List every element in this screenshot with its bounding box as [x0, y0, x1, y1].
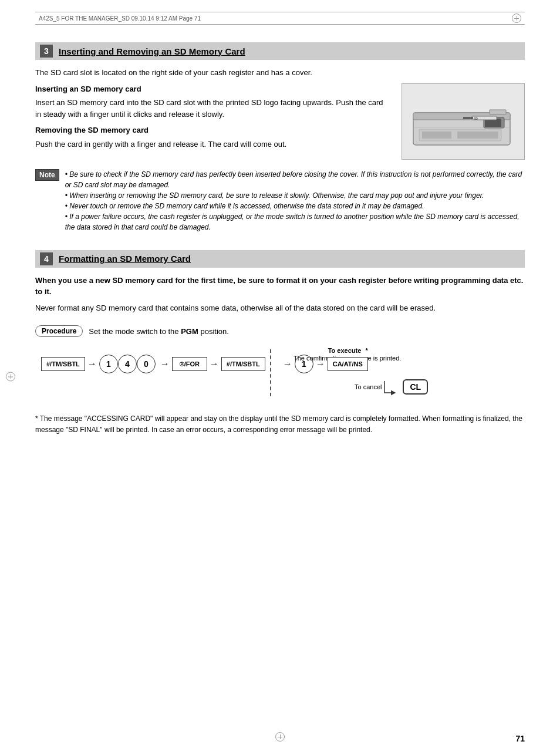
section4-title: Formatting an SD Memory Card [59, 254, 191, 264]
cancel-arrow-svg [382, 378, 399, 396]
left-crosshair-icon [6, 372, 15, 382]
flow-step1: #/TM/SBTL [41, 357, 85, 371]
cancel-branch: To cancel CL [355, 378, 428, 396]
cancel-connector: To cancel CL [355, 378, 428, 396]
procedure-area: Procedure Set the mode switch to the PGM… [35, 325, 525, 436]
section3-intro: The SD card slot is located on the right… [35, 67, 525, 79]
crosshair-icon [512, 14, 521, 23]
procedure-instruction: Set the mode switch to the PGM position. [89, 327, 229, 336]
flow-step3: ®/FOR [172, 357, 207, 371]
svg-text:SD: SD [474, 117, 478, 120]
remove-text: Push the card in gently with a finger an… [35, 139, 390, 150]
insert-text: Insert an SD memory card into the SD car… [35, 97, 390, 120]
section4: 4 Formatting an SD Memory Card When you … [35, 250, 525, 436]
cancel-row: To cancel CL [355, 378, 525, 396]
page: A42S_5 FOR THE MANAGER_SD 09.10.14 9:12 … [0, 0, 560, 755]
flow-arrow2: → [158, 359, 172, 369]
sd-card-image: SD [402, 83, 525, 160]
section4-bold-intro: When you use a new SD memory card for th… [35, 275, 525, 298]
procedure-text1: Set the mode switch to the [89, 327, 178, 336]
flow-step4: #/TM/SBTL [221, 357, 265, 371]
section3-text: Inserting an SD memory card Insert an SD… [35, 83, 390, 160]
left-crosshair [6, 372, 15, 383]
sd-card-image-container: SD [402, 83, 525, 160]
page-number: 71 [515, 734, 525, 743]
to-execute-label: To execute * [328, 347, 368, 354]
svg-rect-11 [457, 132, 498, 139]
flow-arrow1: → [85, 359, 99, 369]
section4-number: 4 [40, 252, 53, 265]
main-flow-row: #/TM/SBTL → 1 4 0 → [41, 355, 525, 373]
procedure-pgm: PGM [181, 327, 198, 336]
to-cancel-label: To cancel [355, 383, 382, 390]
flow-step6-execute: CA/AT/NS To execute * [328, 357, 368, 371]
svg-rect-7 [490, 110, 506, 114]
note-content: • Be sure to check if the SD memory card… [65, 169, 525, 232]
section3-content-row: Inserting an SD memory card Insert an SD… [35, 83, 525, 160]
svg-rect-10 [422, 132, 451, 139]
sd-illustration-svg: SD [407, 89, 519, 154]
procedure-text2: position. [200, 327, 228, 336]
procedure-label: Procedure [35, 325, 83, 337]
note-label: Note [35, 169, 59, 181]
flow-diagram-container: The comfirmation message is printed. #/T… [41, 355, 525, 396]
section3: 3 Inserting and Removing an SD Memory Ca… [35, 42, 525, 232]
dashed-line [270, 349, 271, 396]
flow-step2a: 1 [99, 355, 118, 373]
procedure-header: Procedure Set the mode switch to the PGM… [35, 325, 525, 337]
section4-intro2: Never format any SD memory card that con… [35, 302, 525, 314]
note-2: • When inserting or removing the SD memo… [65, 190, 525, 201]
note-box: Note • Be sure to check if the SD memory… [35, 169, 525, 232]
note-1: • Be sure to check if the SD memory card… [65, 169, 525, 190]
asterisk-note: * The message "ACCESSING CARD" will appe… [35, 413, 525, 436]
flow-step2b: 4 [118, 355, 137, 373]
remove-heading: Removing the SD memory card [35, 124, 390, 136]
section4-header: 4 Formatting an SD Memory Card [35, 250, 525, 268]
page-header: A42S_5 FOR THE MANAGER_SD 09.10.14 9:12 … [35, 12, 525, 25]
section3-header: 3 Inserting and Removing an SD Memory Ca… [35, 42, 525, 60]
insert-heading: Inserting an SD memory card [35, 83, 390, 95]
header-text: A42S_5 FOR THE MANAGER_SD 09.10.14 9:12 … [39, 15, 201, 22]
bottom-crosshair [275, 732, 285, 743]
execute-asterisk: * [365, 347, 367, 354]
bottom-crosshair-icon [275, 732, 285, 741]
section3-title: Inserting and Removing an SD Memory Card [59, 46, 245, 56]
flow-arrow3: → [207, 359, 221, 369]
flow-step2c: 0 [137, 355, 156, 373]
section3-number: 3 [40, 45, 53, 58]
flow-arrow4: → [281, 359, 295, 369]
note-3: • Never touch or remove the SD memory ca… [65, 201, 525, 211]
cl-box: CL [403, 379, 428, 395]
note-4: • If a power failure occurs, the cash re… [65, 211, 525, 232]
